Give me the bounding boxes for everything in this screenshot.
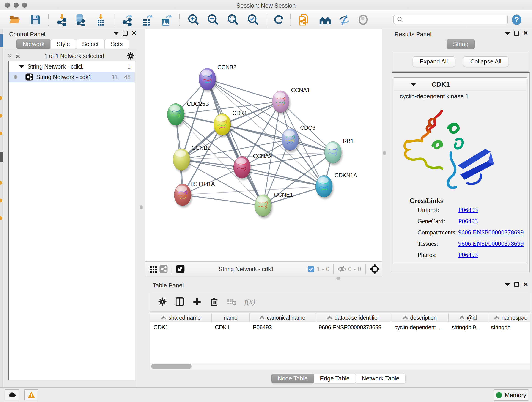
main-toolbar: ? (0, 10, 532, 29)
panel-float-icon[interactable] (505, 283, 510, 286)
network-canvas[interactable]: CCNB2CCNA1CDC25BCDK1CDC6RB1CCNB1CCNA2CDK… (145, 29, 382, 261)
panel-close-icon[interactable]: × (523, 30, 528, 35)
panel-close-icon[interactable]: × (132, 30, 136, 35)
crosslink-link[interactable]: P06493 (458, 217, 478, 225)
detach-view-button[interactable] (175, 264, 185, 274)
right-splitter-handle[interactable] (383, 151, 386, 155)
memory-button[interactable]: Memory (494, 389, 528, 401)
panel-maximize-icon[interactable] (514, 31, 519, 36)
zoom-selected-button[interactable] (247, 13, 260, 26)
column-type-icon (494, 315, 499, 320)
node-rb1[interactable]: RB1 (324, 138, 354, 165)
node-ccna2[interactable]: CCNA2 (234, 153, 272, 180)
node-table[interactable]: shared namenamecanonical namedatabase id… (150, 313, 530, 370)
save-session-button[interactable] (29, 13, 42, 26)
control-panel-title: Control Panel (9, 31, 45, 38)
zoom-in-button[interactable] (187, 13, 200, 26)
node-ccne1[interactable]: CCNE1 (254, 191, 293, 218)
column-header-name[interactable]: name (212, 313, 249, 322)
node-ccna1[interactable]: CCNA1 (272, 87, 310, 114)
selected-checkbox-icon[interactable] (307, 266, 314, 273)
cloud-button[interactable] (5, 389, 19, 400)
tab-node-table[interactable]: Node Table (272, 374, 314, 383)
export-image-button[interactable] (160, 13, 173, 26)
tab-sets[interactable]: Sets (104, 39, 129, 49)
tab-string[interactable]: String (447, 39, 475, 49)
import-network-database-button[interactable] (74, 13, 87, 26)
share-view-icon (159, 265, 168, 274)
crosslink-link[interactable]: 9606.ENSP00000378699 (458, 229, 524, 236)
tab-network-table[interactable]: Network Table (355, 374, 405, 383)
help-button[interactable]: ? (510, 13, 523, 26)
crosslink-link[interactable]: 9606.ENSP00000378699 (458, 240, 524, 247)
export-network-button[interactable] (121, 13, 134, 26)
show-all-button[interactable] (356, 13, 370, 26)
edge-ccnb2-ccna1[interactable] (207, 79, 281, 102)
network-collection-row[interactable]: String Network - cdk1 1 (9, 61, 135, 72)
zoom-out-button[interactable] (206, 13, 220, 26)
panel-maximize-icon[interactable] (514, 282, 519, 287)
edge-ccnb2-ccne1[interactable] (207, 79, 263, 206)
crosslink-link[interactable]: P06493 (458, 206, 478, 214)
fit-selected-button[interactable] (370, 264, 380, 274)
delete-column-icon[interactable] (210, 297, 219, 306)
zoom-fit-button[interactable] (226, 13, 240, 26)
import-network-file-button[interactable] (55, 13, 69, 26)
open-session-button[interactable] (8, 13, 22, 26)
network-options-gear-icon[interactable] (127, 52, 135, 60)
birdseye-view-button[interactable] (158, 264, 169, 274)
node-cdkn1a[interactable]: CDKN1A (316, 172, 357, 199)
table-hscrollbar-thumb[interactable] (151, 364, 191, 369)
network-graph[interactable]: CCNB2CCNA1CDC25BCDK1CDC6RB1CCNB1CCNA2CDK… (145, 29, 382, 261)
panel-close-icon[interactable]: × (523, 281, 528, 287)
tab-select[interactable]: Select (76, 39, 105, 49)
warnings-button[interactable] (24, 389, 38, 400)
left-splitter-handle[interactable] (140, 205, 143, 210)
search-input[interactable] (404, 16, 503, 23)
collapse-all-icon[interactable] (7, 53, 14, 59)
delete-table-icon[interactable] (227, 298, 237, 306)
crosslinks-list: Uniprot:P06493GeneCard:P06493Compartment… (418, 206, 525, 262)
import-table-file-button[interactable] (94, 13, 108, 26)
collapse-all-button[interactable]: Collapse All (463, 56, 509, 67)
panel-maximize-icon[interactable] (123, 31, 128, 36)
first-neighbors-button[interactable] (318, 13, 332, 26)
node-cdc6[interactable]: CDC6 (282, 124, 315, 153)
refresh-button[interactable] (272, 13, 285, 26)
table-settings-gear-icon[interactable] (158, 297, 167, 306)
panel-float-icon[interactable] (114, 32, 119, 35)
tab-edge-table[interactable]: Edge Table (314, 374, 356, 383)
expand-all-button[interactable]: Expand All (413, 56, 455, 67)
tree-expander-icon[interactable] (19, 65, 24, 68)
edge-hist1h1a-ccne1[interactable] (183, 195, 263, 206)
export-table-button[interactable] (140, 13, 154, 26)
string-import-button[interactable] (298, 13, 311, 26)
edge-cdk1-rb1[interactable] (222, 124, 333, 153)
crosslink-link[interactable]: P06493 (458, 251, 478, 259)
function-builder-button[interactable]: f(x) (244, 297, 255, 306)
node-cdc25b[interactable]: CDC25B (167, 101, 209, 127)
column-header-canonical-name[interactable]: canonical name (249, 313, 316, 322)
show-columns-icon[interactable] (175, 297, 184, 306)
column-header-@id[interactable]: @id (449, 313, 488, 322)
protein-card-header[interactable]: CDK1 (394, 78, 526, 91)
network-status-dot (14, 75, 17, 79)
column-header-shared-name[interactable]: shared name (150, 313, 212, 322)
panel-float-icon[interactable] (505, 32, 510, 35)
hide-selection-button[interactable] (338, 13, 351, 26)
node-ccnb2[interactable]: CCNB2 (199, 64, 236, 92)
column-header-namespac[interactable]: namespac (488, 313, 530, 322)
grid-view-button[interactable] (148, 264, 158, 274)
collapse-card-icon[interactable] (410, 83, 416, 86)
bottom-splitter-handle[interactable] (336, 277, 341, 280)
expand-all-icon[interactable] (15, 53, 22, 59)
column-header-database-identifier[interactable]: database identifier (316, 313, 391, 322)
network-row[interactable]: String Network - cdk1 11 48 (9, 72, 135, 82)
tab-style[interactable]: Style (51, 39, 76, 49)
edge-ccna2-cdkn1a[interactable] (242, 167, 324, 186)
table-row[interactable]: CDK1CDK1P064939606.ENSP00000378699cyclin… (150, 322, 530, 332)
column-header-description[interactable]: description (391, 313, 449, 322)
tab-network[interactable]: Network (17, 39, 51, 49)
table-hscrollbar[interactable] (150, 363, 530, 370)
add-column-icon[interactable] (192, 297, 202, 306)
